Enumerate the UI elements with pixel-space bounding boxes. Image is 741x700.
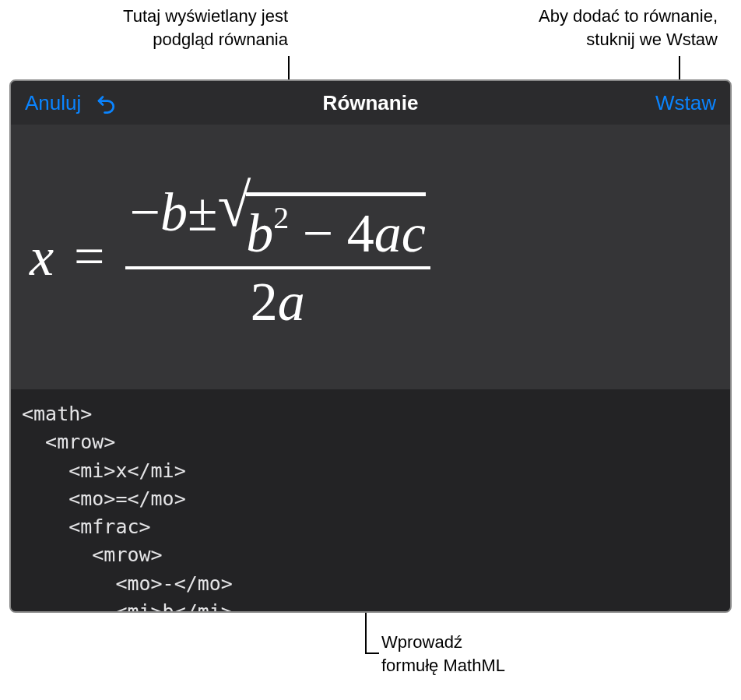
toolbar: Anuluj Równanie Wstaw (11, 81, 730, 125)
equation-preview: x = −b±√b2 − 4ac 2a (11, 125, 730, 389)
mathml-input[interactable]: <math> <mrow> <mi>x</mi> <mo>=</mo> <mfr… (11, 389, 730, 611)
eq-den-2: 2 (251, 272, 278, 332)
eq-4: 4 (347, 203, 374, 263)
equation-dialog: Anuluj Równanie Wstaw x = −b±√b2 − 4ac 2… (9, 79, 732, 613)
dialog-title: Równanie (323, 91, 419, 115)
cancel-button[interactable]: Anuluj (25, 91, 81, 115)
eq-radicand: b2 − 4ac (246, 192, 426, 265)
rendered-equation: x = −b±√b2 − 4ac 2a (30, 180, 430, 335)
eq-sqrt: √b2 − 4ac (217, 192, 425, 265)
radical-icon: √ (217, 188, 251, 224)
eq-b: b (160, 182, 188, 242)
eq-equals: = (74, 226, 104, 288)
callout-preview: Tutaj wyświetlany jestpodgląd równania (0, 5, 288, 51)
eq-x: x (30, 226, 54, 288)
eq-den-a: a (278, 272, 305, 332)
eq-c: c (402, 203, 426, 263)
eq-fraction: −b±√b2 − 4ac 2a (125, 180, 430, 335)
eq-minus: − (130, 182, 160, 242)
undo-icon[interactable] (95, 91, 118, 114)
callout-insert: Aby dodać to równanie,stuknij we Wstaw (430, 5, 718, 51)
eq-numerator: −b±√b2 − 4ac (125, 180, 430, 266)
eq-minus2: − (303, 203, 333, 263)
eq-exp2: 2 (273, 200, 289, 235)
insert-button[interactable]: Wstaw (655, 91, 716, 115)
eq-pm: ± (188, 182, 217, 242)
eq-a: a (374, 203, 402, 263)
callout-line (365, 653, 379, 654)
eq-denominator: 2a (246, 269, 310, 335)
callout-code: Wprowadźformułę MathML (381, 631, 615, 677)
